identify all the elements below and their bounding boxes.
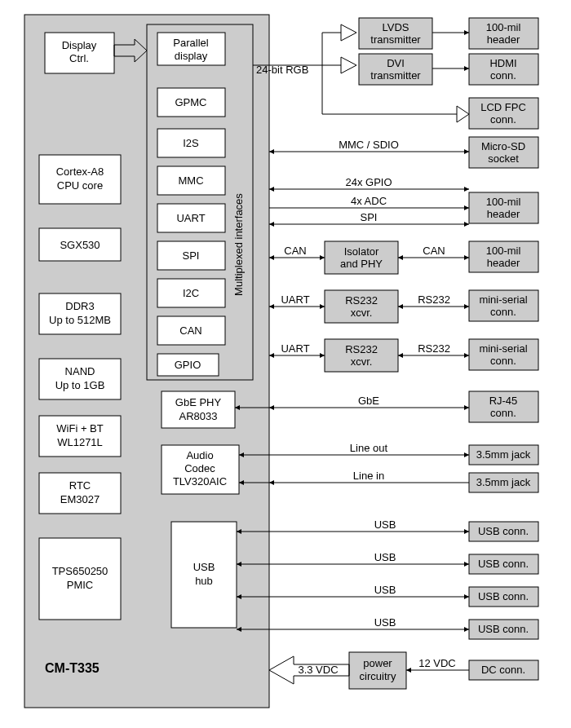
svg-text:3.5mm jack: 3.5mm jack <box>476 476 531 488</box>
conn-usb2: USB conn. <box>469 554 538 574</box>
power-circuitry: powercircuitry <box>349 652 406 689</box>
label-uart-1: UART <box>281 293 309 306</box>
conn-lcd-fpc: LCD FPCconn. <box>469 98 538 129</box>
mux-i2s: I2S <box>157 129 225 157</box>
conn-miniser1: mini-serialconn. <box>469 290 538 321</box>
svg-text:SGX530: SGX530 <box>60 239 100 251</box>
label-33vdc: 3.3 VDC <box>298 664 338 676</box>
label-can-2: CAN <box>423 245 445 257</box>
mux-uart: UART <box>157 204 225 232</box>
mux-gpmc: GPMC <box>157 88 225 117</box>
wifi: WiFi + BTWL1271L <box>39 416 121 457</box>
mux-parallel-display: Paralleldisplay <box>157 33 225 65</box>
conn-dc: DC conn. <box>469 660 538 680</box>
rtc: RTCEM3027 <box>39 473 121 514</box>
svg-text:100-milheader: 100-milheader <box>486 196 521 220</box>
conn-usb3: USB conn. <box>469 587 538 607</box>
mux-i2c: I2C <box>157 279 225 307</box>
svg-text:3.5mm jack: 3.5mm jack <box>476 448 531 461</box>
svg-text:Paralleldisplay: Paralleldisplay <box>173 37 208 62</box>
svg-text:powercircuitry: powercircuitry <box>360 657 396 682</box>
svg-text:USB conn.: USB conn. <box>478 623 529 635</box>
svg-text:UART: UART <box>176 212 205 224</box>
label-usb-1: USB <box>374 518 396 531</box>
gbe-phy: GbE PHYAR8033 <box>162 391 235 428</box>
label-rs232-2: RS232 <box>418 342 450 355</box>
conn-usb1: USB conn. <box>469 522 538 541</box>
svg-text:GPIO: GPIO <box>175 359 201 371</box>
label-usb-2: USB <box>374 551 396 563</box>
audio-codec: AudioCodecTLV320AIC <box>162 445 239 494</box>
label-gbe: GbE <box>358 395 379 407</box>
svg-text:Isolatorand PHY: Isolatorand PHY <box>340 245 383 270</box>
mux-mmc: MMC <box>157 166 225 195</box>
conn-miniser2: mini-serialconn. <box>469 339 538 370</box>
svg-text:RJ-45conn.: RJ-45conn. <box>489 395 518 419</box>
display-ctrl: DisplayCtrl. <box>45 33 114 73</box>
conn-hdmi: HDMIconn. <box>469 54 538 85</box>
svg-text:DC conn.: DC conn. <box>481 664 525 676</box>
svg-text:USB conn.: USB conn. <box>478 525 529 537</box>
dvi-tx: DVItransmitter <box>359 54 432 85</box>
mux-label: Multiplexed interfaces <box>232 193 245 296</box>
conn-gpio-header: 100-milheader <box>469 192 538 223</box>
mux-spi: SPI <box>157 241 225 270</box>
label-12vdc: 12 VDC <box>418 657 456 669</box>
conn-jack1: 3.5mm jack <box>469 445 538 465</box>
label-rs232-1: RS232 <box>418 293 450 306</box>
label-lineout: Line out <box>350 442 388 454</box>
mux-can: CAN <box>157 316 225 345</box>
svg-text:HDMIconn.: HDMIconn. <box>489 57 516 82</box>
label-can-1: CAN <box>284 245 306 257</box>
conn-can-header: 100-milheader <box>469 241 538 272</box>
label-usb-4: USB <box>374 616 396 629</box>
conn-lvds-header: 100-milheader <box>469 18 538 49</box>
conn-usb4: USB conn. <box>469 620 538 639</box>
conn-rj45: RJ-45conn. <box>469 391 538 422</box>
conn-microsd: Micro-SDsocket <box>469 137 538 168</box>
mux-gpio: GPIO <box>157 354 219 376</box>
svg-text:CAN: CAN <box>179 324 201 337</box>
nand: NANDUp to 1GB <box>39 359 121 399</box>
conn-jack2: 3.5mm jack <box>469 473 538 492</box>
label-linein: Line in <box>353 470 384 482</box>
svg-text:USB conn.: USB conn. <box>478 558 529 570</box>
label-usb-3: USB <box>374 584 396 596</box>
usb-hub: USBhub <box>171 522 237 628</box>
svg-text:100-milheader: 100-milheader <box>486 21 521 46</box>
cpu-core: Cortex-A8CPU core <box>39 155 121 204</box>
label-4x-adc: 4x ADC <box>351 195 387 207</box>
module-name: CM-T335 <box>45 661 100 675</box>
svg-text:100-milheader: 100-milheader <box>486 245 521 269</box>
svg-text:USB conn.: USB conn. <box>478 590 529 602</box>
gpu: SGX530 <box>39 228 121 261</box>
label-spi: SPI <box>361 211 378 223</box>
pmic: TPS650250PMIC <box>39 538 121 620</box>
svg-text:I2C: I2C <box>183 287 199 299</box>
lvds-tx: LVDStransmitter <box>359 18 432 49</box>
isolator-phy: Isolatorand PHY <box>325 241 398 274</box>
label-24x-gpio: 24x GPIO <box>345 176 392 188</box>
rs232-xcvr-1: RS232xcvr. <box>325 290 398 323</box>
label-uart-2: UART <box>281 342 309 355</box>
label-mmc-sdio: MMC / SDIO <box>339 139 399 151</box>
rs232-xcvr-2: RS232xcvr. <box>325 339 398 372</box>
svg-text:SPI: SPI <box>183 249 200 262</box>
svg-text:MMC: MMC <box>178 174 203 187</box>
svg-text:GPMC: GPMC <box>175 96 207 108</box>
svg-text:I2S: I2S <box>183 137 199 149</box>
ddr: DDR3Up to 512MB <box>39 293 121 334</box>
